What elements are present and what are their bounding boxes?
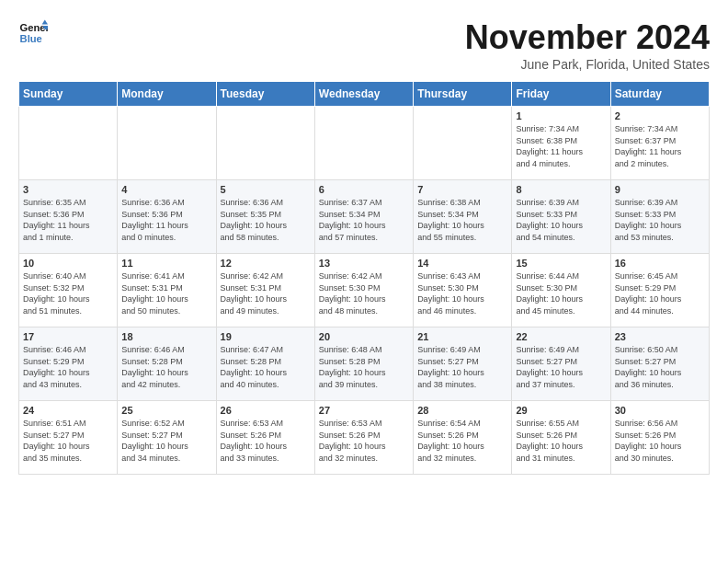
calendar-cell: 27Sunrise: 6:53 AM Sunset: 5:26 PM Dayli… xyxy=(314,401,413,475)
day-info: Sunrise: 6:49 AM Sunset: 5:27 PM Dayligh… xyxy=(516,344,606,390)
day-info: Sunrise: 6:40 AM Sunset: 5:32 PM Dayligh… xyxy=(23,270,113,316)
calendar-cell: 4Sunrise: 6:36 AM Sunset: 5:36 PM Daylig… xyxy=(118,180,216,254)
calendar-cell: 3Sunrise: 6:35 AM Sunset: 5:36 PM Daylig… xyxy=(19,180,118,254)
day-info: Sunrise: 6:41 AM Sunset: 5:31 PM Dayligh… xyxy=(121,270,211,316)
weekday-header: Sunday xyxy=(19,82,118,107)
day-info: Sunrise: 6:52 AM Sunset: 5:27 PM Dayligh… xyxy=(121,418,211,464)
calendar-cell: 19Sunrise: 6:47 AM Sunset: 5:28 PM Dayli… xyxy=(216,327,314,401)
weekday-header: Friday xyxy=(512,82,610,107)
calendar-row: 3Sunrise: 6:35 AM Sunset: 5:36 PM Daylig… xyxy=(19,180,710,254)
title-section: November 2024 June Park, Florida, United… xyxy=(465,18,710,72)
calendar-cell: 20Sunrise: 6:48 AM Sunset: 5:28 PM Dayli… xyxy=(314,327,413,401)
day-number: 1 xyxy=(516,110,606,121)
svg-text:Blue: Blue xyxy=(20,33,42,44)
day-number: 10 xyxy=(23,258,113,269)
day-number: 24 xyxy=(23,405,113,416)
day-info: Sunrise: 6:46 AM Sunset: 5:28 PM Dayligh… xyxy=(121,344,211,390)
day-info: Sunrise: 6:51 AM Sunset: 5:27 PM Dayligh… xyxy=(23,418,113,464)
day-info: Sunrise: 6:36 AM Sunset: 5:36 PM Dayligh… xyxy=(121,197,211,243)
day-number: 9 xyxy=(615,184,705,195)
calendar-cell: 21Sunrise: 6:49 AM Sunset: 5:27 PM Dayli… xyxy=(414,327,512,401)
calendar-cell: 25Sunrise: 6:52 AM Sunset: 5:27 PM Dayli… xyxy=(118,401,216,475)
day-info: Sunrise: 6:56 AM Sunset: 5:26 PM Dayligh… xyxy=(615,418,705,464)
day-number: 12 xyxy=(221,258,311,269)
day-number: 25 xyxy=(121,405,211,416)
day-number: 13 xyxy=(319,258,409,269)
calendar-cell: 15Sunrise: 6:44 AM Sunset: 5:30 PM Dayli… xyxy=(512,254,610,327)
calendar-row: 24Sunrise: 6:51 AM Sunset: 5:27 PM Dayli… xyxy=(19,401,710,475)
day-number: 11 xyxy=(121,258,211,269)
calendar-cell: 2Sunrise: 7:34 AM Sunset: 6:37 PM Daylig… xyxy=(610,107,709,180)
calendar-cell: 14Sunrise: 6:43 AM Sunset: 5:30 PM Dayli… xyxy=(414,254,512,327)
day-number: 26 xyxy=(221,405,311,416)
day-number: 23 xyxy=(615,331,705,342)
calendar-cell: 7Sunrise: 6:38 AM Sunset: 5:34 PM Daylig… xyxy=(414,180,512,254)
calendar-cell: 24Sunrise: 6:51 AM Sunset: 5:27 PM Dayli… xyxy=(19,401,118,475)
day-info: Sunrise: 6:55 AM Sunset: 5:26 PM Dayligh… xyxy=(516,418,606,464)
day-info: Sunrise: 6:36 AM Sunset: 5:35 PM Dayligh… xyxy=(221,197,311,243)
calendar-cell xyxy=(314,107,413,180)
weekday-header-row: SundayMondayTuesdayWednesdayThursdayFrid… xyxy=(19,82,710,107)
day-number: 2 xyxy=(615,110,705,121)
day-number: 6 xyxy=(319,184,409,195)
day-number: 15 xyxy=(516,258,606,269)
calendar-cell: 26Sunrise: 6:53 AM Sunset: 5:26 PM Dayli… xyxy=(216,401,314,475)
day-info: Sunrise: 6:45 AM Sunset: 5:29 PM Dayligh… xyxy=(615,270,705,316)
day-number: 21 xyxy=(417,331,507,342)
day-info: Sunrise: 6:37 AM Sunset: 5:34 PM Dayligh… xyxy=(319,197,409,243)
calendar-cell: 28Sunrise: 6:54 AM Sunset: 5:26 PM Dayli… xyxy=(414,401,512,475)
day-info: Sunrise: 6:43 AM Sunset: 5:30 PM Dayligh… xyxy=(417,270,507,316)
day-info: Sunrise: 6:38 AM Sunset: 5:34 PM Dayligh… xyxy=(417,197,507,243)
calendar-cell: 13Sunrise: 6:42 AM Sunset: 5:30 PM Dayli… xyxy=(314,254,413,327)
day-info: Sunrise: 6:53 AM Sunset: 5:26 PM Dayligh… xyxy=(221,418,311,464)
day-number: 5 xyxy=(221,184,311,195)
weekday-header: Wednesday xyxy=(314,82,413,107)
day-number: 28 xyxy=(417,405,507,416)
day-info: Sunrise: 6:39 AM Sunset: 5:33 PM Dayligh… xyxy=(615,197,705,243)
day-number: 20 xyxy=(319,331,409,342)
day-info: Sunrise: 6:39 AM Sunset: 5:33 PM Dayligh… xyxy=(516,197,606,243)
day-number: 22 xyxy=(516,331,606,342)
location-subtitle: June Park, Florida, United States xyxy=(465,57,710,72)
day-number: 18 xyxy=(121,331,211,342)
calendar-cell: 1Sunrise: 7:34 AM Sunset: 6:38 PM Daylig… xyxy=(512,107,610,180)
calendar-cell xyxy=(118,107,216,180)
day-info: Sunrise: 6:50 AM Sunset: 5:27 PM Dayligh… xyxy=(615,344,705,390)
day-number: 8 xyxy=(516,184,606,195)
day-number: 17 xyxy=(23,331,113,342)
calendar-cell: 18Sunrise: 6:46 AM Sunset: 5:28 PM Dayli… xyxy=(118,327,216,401)
day-info: Sunrise: 6:42 AM Sunset: 5:31 PM Dayligh… xyxy=(221,270,311,316)
day-info: Sunrise: 6:53 AM Sunset: 5:26 PM Dayligh… xyxy=(319,418,409,464)
weekday-header: Tuesday xyxy=(216,82,314,107)
day-number: 30 xyxy=(615,405,705,416)
logo-icon: General Blue xyxy=(18,18,48,48)
calendar-cell: 12Sunrise: 6:42 AM Sunset: 5:31 PM Dayli… xyxy=(216,254,314,327)
calendar-row: 10Sunrise: 6:40 AM Sunset: 5:32 PM Dayli… xyxy=(19,254,710,327)
day-info: Sunrise: 6:42 AM Sunset: 5:30 PM Dayligh… xyxy=(319,270,409,316)
day-info: Sunrise: 7:34 AM Sunset: 6:37 PM Dayligh… xyxy=(615,123,705,169)
day-number: 29 xyxy=(516,405,606,416)
day-info: Sunrise: 6:46 AM Sunset: 5:29 PM Dayligh… xyxy=(23,344,113,390)
day-number: 16 xyxy=(615,258,705,269)
calendar-row: 17Sunrise: 6:46 AM Sunset: 5:29 PM Dayli… xyxy=(19,327,710,401)
weekday-header: Thursday xyxy=(414,82,512,107)
day-info: Sunrise: 6:47 AM Sunset: 5:28 PM Dayligh… xyxy=(221,344,311,390)
day-info: Sunrise: 6:35 AM Sunset: 5:36 PM Dayligh… xyxy=(23,197,113,243)
calendar-cell: 17Sunrise: 6:46 AM Sunset: 5:29 PM Dayli… xyxy=(19,327,118,401)
calendar-cell: 11Sunrise: 6:41 AM Sunset: 5:31 PM Dayli… xyxy=(118,254,216,327)
calendar-cell: 23Sunrise: 6:50 AM Sunset: 5:27 PM Dayli… xyxy=(610,327,709,401)
calendar-cell xyxy=(414,107,512,180)
calendar-cell: 10Sunrise: 6:40 AM Sunset: 5:32 PM Dayli… xyxy=(19,254,118,327)
day-number: 27 xyxy=(319,405,409,416)
day-info: Sunrise: 6:49 AM Sunset: 5:27 PM Dayligh… xyxy=(417,344,507,390)
weekday-header: Saturday xyxy=(610,82,709,107)
calendar-table: SundayMondayTuesdayWednesdayThursdayFrid… xyxy=(18,81,710,475)
day-number: 7 xyxy=(417,184,507,195)
logo: General Blue xyxy=(18,18,48,48)
calendar-cell xyxy=(19,107,118,180)
day-info: Sunrise: 6:48 AM Sunset: 5:28 PM Dayligh… xyxy=(319,344,409,390)
calendar-cell: 6Sunrise: 6:37 AM Sunset: 5:34 PM Daylig… xyxy=(314,180,413,254)
calendar-row: 1Sunrise: 7:34 AM Sunset: 6:38 PM Daylig… xyxy=(19,107,710,180)
calendar-cell: 8Sunrise: 6:39 AM Sunset: 5:33 PM Daylig… xyxy=(512,180,610,254)
calendar-cell: 16Sunrise: 6:45 AM Sunset: 5:29 PM Dayli… xyxy=(610,254,709,327)
